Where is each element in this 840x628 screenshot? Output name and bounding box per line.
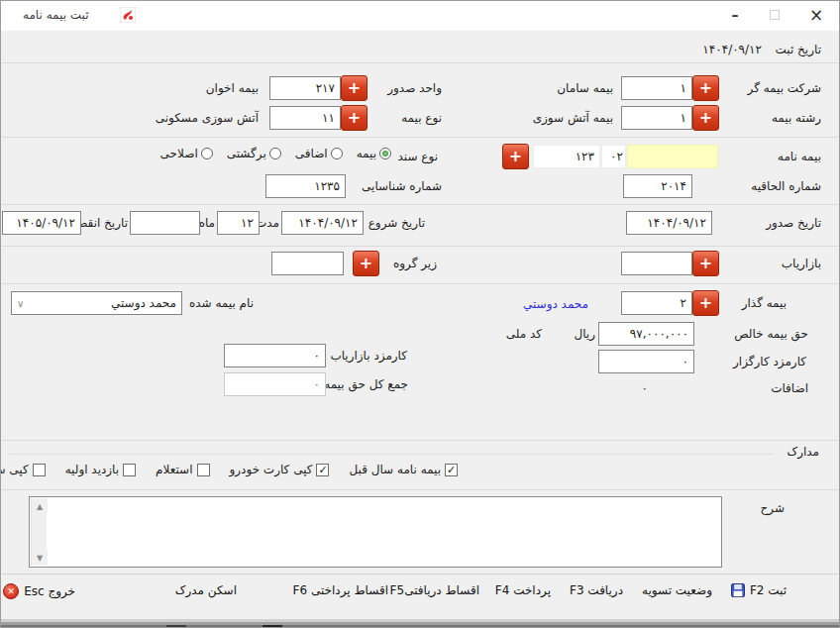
chevron-down-icon: ∨ [17, 298, 24, 309]
total-premium-input[interactable] [224, 372, 326, 396]
policy-no-segment-2-input[interactable] [601, 145, 626, 168]
line-lookup-button[interactable]: + [692, 105, 719, 131]
floppy-disk-icon [731, 583, 745, 597]
insured-name-select[interactable]: محمد دوستي ∨ [11, 291, 182, 315]
settlement-status-button[interactable]: وضعیت تسویه [642, 583, 712, 597]
scan-document-button[interactable]: اسکن مدرک [175, 583, 237, 597]
net-premium-input[interactable] [598, 322, 694, 346]
reg-date-label: تاریخ ثبت [776, 43, 821, 56]
line-label: رشته بیمه [772, 111, 821, 125]
pay-button[interactable]: پرداخت F4 [495, 583, 551, 597]
insurer-lookup-button[interactable]: + [692, 75, 719, 101]
marketer-fee-label: کارمزد بازاریاب [330, 349, 407, 363]
policyholder-code-input[interactable] [621, 291, 692, 315]
doc-type-radio-corrective[interactable]: اصلاحی [160, 147, 213, 160]
line-code-input[interactable] [621, 106, 692, 130]
checkbox-icon: ✓ [33, 464, 46, 476]
issue-unit-code-input[interactable] [269, 76, 341, 100]
divider [2, 246, 838, 247]
description-scrollbar[interactable]: ▲ ▼ [31, 498, 47, 566]
doc-type-radio-returned[interactable]: برگشتی [227, 147, 281, 160]
close-button[interactable]: × [803, 5, 829, 25]
divider [2, 283, 838, 284]
exit-x-icon: ✕ [3, 583, 19, 599]
subgroup-lookup-button[interactable]: + [353, 251, 379, 276]
divider [2, 574, 838, 575]
insured-name-label: نام بیمه شده [189, 296, 254, 310]
doc-checkbox-initial-inspection[interactable]: ✓بازدید اولیه [65, 463, 136, 476]
policyholder-lookup-button[interactable]: + [692, 290, 719, 316]
minimize-button[interactable]: – [722, 5, 748, 25]
marketer-lookup-button[interactable]: + [692, 251, 719, 276]
doc-checkbox-inquiry[interactable]: ✓استعلام [156, 463, 209, 476]
titlebar: ثبت بیمه نامه – × [1, 1, 839, 31]
issue-unit-name-label: بیمه اخوان [206, 81, 259, 95]
reg-date-value: ۱۴۰۴/۰۹/۱۲ [702, 43, 762, 56]
policy-type-code-input[interactable] [269, 106, 341, 130]
broker-fee-input[interactable] [598, 350, 694, 373]
insurer-code-input[interactable] [621, 76, 692, 100]
doc-type-radio-additional[interactable]: اضافی [295, 147, 343, 160]
endorsement-no-input[interactable] [623, 174, 692, 198]
identification-no-label: شماره شناسایی [362, 179, 442, 193]
total-premium-label: جمع کل حق بیمه [324, 377, 408, 391]
issue-date-input[interactable] [626, 211, 712, 235]
scroll-up-icon[interactable]: ▲ [32, 498, 48, 514]
doc-type-label: نوع سند [398, 150, 439, 163]
policyholder-name-link[interactable]: محمد دوستي [523, 297, 588, 311]
net-premium-label: حق بیمه خالص [734, 327, 808, 341]
description-textarea[interactable] [48, 498, 720, 566]
installments-paid-button[interactable]: اقساط پرداختی F6 [293, 583, 388, 597]
doc-checkbox-car-card-copy[interactable]: ✓کپی کارت خودرو [230, 463, 330, 476]
divider [2, 62, 838, 63]
receive-button[interactable]: دریافت F3 [570, 583, 623, 597]
identification-no-input[interactable] [265, 174, 346, 198]
documents-header-line [9, 454, 774, 455]
doc-checkbox-car-document-copy[interactable]: ✓کپی سند خودرو [0, 463, 46, 476]
doc-type-radio-policy[interactable]: بیمه [357, 147, 391, 160]
installments-received-button[interactable]: اقساط دریافتیF5 [390, 583, 479, 597]
national-code-label: کد ملی [506, 327, 542, 341]
policy-no-segment-1-input[interactable] [627, 145, 718, 168]
additions-value: ۰ [642, 381, 648, 395]
save-button[interactable]: ثبت F2 [731, 583, 787, 597]
scroll-down-icon[interactable]: ▼ [32, 550, 48, 566]
divider [2, 440, 838, 441]
duration-unit-input[interactable] [130, 211, 200, 235]
duration-input[interactable] [217, 211, 260, 235]
marketer-label: بازاریاب [782, 257, 821, 270]
insurer-label: شرکت بیمه گر [748, 81, 821, 95]
expiry-date-label: تاریخ انقضا [74, 216, 129, 230]
window-title: ثبت بیمه نامه [23, 8, 89, 22]
divider [2, 204, 838, 205]
documents-section-label: مدارک [787, 445, 819, 459]
doc-checkbox-previous-year-policy[interactable]: ✓بیمه نامه سال قبل [349, 463, 458, 476]
start-date-input[interactable] [281, 211, 364, 235]
description-label: شرح [761, 501, 785, 515]
subgroup-input[interactable] [271, 252, 344, 275]
additions-label: اضافات [771, 381, 808, 395]
insured-name-value: محمد دوستي [111, 296, 176, 310]
issue-unit-lookup-button[interactable]: + [341, 75, 368, 101]
policy-no-segment-3-input[interactable] [533, 145, 600, 168]
policy-type-lookup-button[interactable]: + [341, 105, 368, 131]
marketer-fee-input[interactable] [224, 344, 326, 367]
radio-icon [201, 148, 213, 159]
insurer-name-label: بیمه سامان [557, 81, 613, 95]
exit-button[interactable]: خروج Esc ✕ [3, 583, 75, 599]
checkbox-icon: ✓ [445, 464, 458, 476]
start-date-label: تاریخ شروع [368, 216, 425, 230]
divider [2, 489, 838, 490]
app-logo-icon [120, 7, 136, 23]
expiry-date-input[interactable] [2, 211, 81, 235]
policy-no-lookup-button[interactable]: + [502, 144, 529, 169]
maximize-button[interactable] [762, 5, 788, 25]
doc-type-radio-group: بیمه اضافی برگشتی اصلاحی [160, 147, 391, 160]
issue-date-label: تاریخ صدور [766, 216, 821, 230]
policy-type-name-label: آتش سوزی مسکونی [156, 111, 259, 125]
broker-fee-label: کارمزد کارگزار [733, 355, 806, 368]
policyholder-label: بیمه گذار [742, 296, 787, 310]
description-box: ▲ ▼ [29, 496, 722, 568]
policy-type-label: نوع بیمه [401, 111, 442, 125]
marketer-input[interactable] [621, 252, 692, 275]
